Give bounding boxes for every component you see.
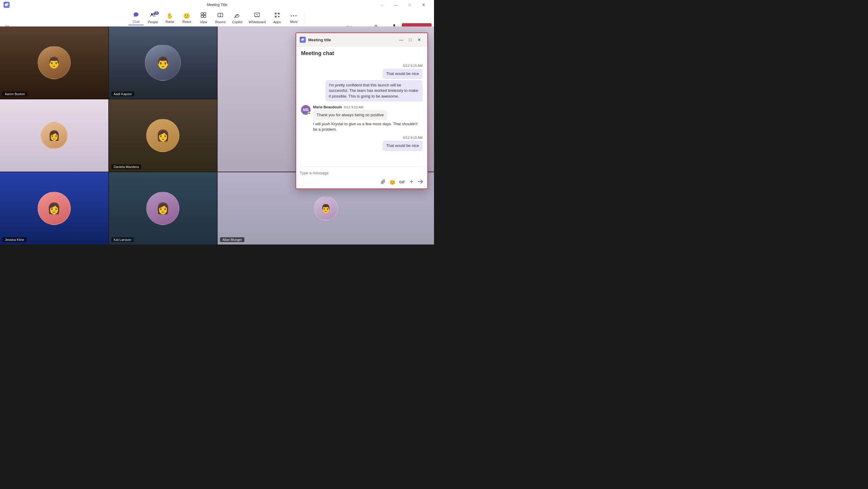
chat-panel-header: Meeting title — □ ✕ <box>296 33 427 47</box>
title-bar-left <box>4 2 10 8</box>
message-group-marie: MB Marie Beaudouin 5/12 9:15 AM Thank yo… <box>301 105 423 132</box>
message-right-1: That would be nice <box>301 69 423 79</box>
svg-rect-13 <box>275 13 277 14</box>
sender-name: Marie Beaudouin <box>313 105 342 109</box>
people-label: People <box>148 20 158 24</box>
rooms-icon <box>217 12 223 20</box>
react-icon: 🙂 <box>183 13 190 19</box>
message-continuation: I will push Krystal to give us a few mor… <box>313 121 423 132</box>
attach-button[interactable] <box>380 178 386 186</box>
message-time: 5/12 9:15 AM <box>344 105 364 109</box>
copilot-icon <box>234 12 240 20</box>
video-cell-mid-left: 👩 <box>0 99 108 172</box>
chat-toolbar-icons: 😊 GIF <box>300 177 424 186</box>
svg-rect-14 <box>278 13 280 14</box>
toolbar-raise-button[interactable]: ✋ Raise <box>162 11 178 25</box>
apps-icon <box>274 12 280 20</box>
whiteboard-icon <box>254 12 260 20</box>
more-label: More <box>290 20 298 24</box>
rooms-label: Rooms <box>215 20 226 24</box>
more-options-chat-button[interactable] <box>408 178 415 186</box>
teams-mini-logo-icon <box>300 37 306 43</box>
name-label-kat: Kat Larsson <box>111 237 134 242</box>
video-cell-daniela: 👩 Daniela Mandera <box>109 99 217 172</box>
chat-messages-container[interactable]: 5/12 9:15 AM That would be nice I'm pret… <box>296 59 427 166</box>
message-right-2: I'm pretty confident that this launch wi… <box>301 80 423 101</box>
toolbar-chat-button[interactable]: Chat <box>128 10 144 25</box>
toolbar-rooms-button[interactable]: Rooms <box>213 11 228 25</box>
video-cell-kat: 👩 Kat Larsson <box>109 172 217 245</box>
people-badge: 9 <box>154 11 159 15</box>
svg-rect-4 <box>201 13 203 15</box>
chat-footer: 😊 GIF <box>296 166 427 188</box>
message-input[interactable] <box>300 169 424 177</box>
view-icon <box>200 12 207 20</box>
toolbar-more-button[interactable]: ··· More <box>286 11 302 25</box>
chat-panel: Meeting title — □ ✕ Meeting chat 5/12 9:… <box>296 32 428 189</box>
chat-close-button[interactable]: ✕ <box>415 35 424 44</box>
copilot-label: Copilot <box>232 20 242 24</box>
name-label-aaron: Aaron Buxton <box>2 92 27 96</box>
chat-header-left: Meeting title <box>300 37 331 43</box>
video-cell-aadi: 👨 Aadi Kapoor <box>109 27 217 99</box>
chat-panel-title: Meeting chat <box>296 47 427 59</box>
video-cell-aaron: 👨 Aaron Buxton <box>0 27 108 99</box>
chat-maximize-button[interactable]: □ <box>406 35 415 44</box>
toolbar-divider <box>304 13 305 23</box>
name-label-daniela: Daniela Mandera <box>111 164 142 169</box>
toolbar-react-button[interactable]: 🙂 React <box>179 11 194 25</box>
avatar-initials: MB <box>303 108 309 112</box>
online-status-dot <box>308 112 311 115</box>
message-right-3: That would be nice <box>301 141 423 151</box>
react-label: React <box>182 20 191 24</box>
toolbar-view-button[interactable]: View <box>196 11 211 25</box>
toolbar: 🛡 22:06 Chat 9 People ✋ Raise 🙂 R <box>0 10 434 27</box>
minimize-button[interactable]: — <box>389 0 403 10</box>
emoji-button[interactable]: 😊 <box>389 179 396 186</box>
toolbar-copilot-button[interactable]: Copilot <box>229 11 245 25</box>
name-label-allan: Allan Munger <box>220 237 244 242</box>
svg-rect-7 <box>204 16 206 18</box>
svg-rect-1 <box>6 3 8 5</box>
toolbar-apps-button[interactable]: Apps <box>269 11 285 25</box>
toolbar-people-button[interactable]: 9 People <box>145 11 161 25</box>
chat-label: Chat <box>133 20 140 24</box>
raise-icon: ✋ <box>166 13 173 19</box>
message-left-1: Thank you for always being so positive <box>313 110 423 120</box>
message-content-marie: Marie Beaudouin 5/12 9:15 AM Thank you f… <box>313 105 423 132</box>
toolbar-whiteboard-button[interactable]: Whiteboard <box>246 11 268 25</box>
svg-rect-6 <box>201 16 203 18</box>
window-title: Meeting Title <box>207 3 227 7</box>
bubble-text: Thank you for always being so positive <box>313 110 388 120</box>
apps-label: Apps <box>273 20 281 24</box>
svg-rect-19 <box>302 38 304 40</box>
svg-rect-5 <box>204 13 206 15</box>
title-bar: Meeting Title ··· — □ ✕ <box>0 0 434 10</box>
teams-logo-icon <box>4 2 10 8</box>
more-options-button[interactable]: ··· <box>375 0 389 10</box>
bubble-text: I'm pretty confident that this launch wi… <box>326 80 423 101</box>
bubble-text: That would be nice <box>382 69 423 79</box>
whiteboard-label: Whiteboard <box>249 20 266 24</box>
bubble-text: That would be nice <box>382 141 423 151</box>
gif-button[interactable]: GIF <box>399 180 406 185</box>
message-date-2: 5/12 9:15 AM <box>301 136 423 140</box>
window-controls: ··· — □ ✕ <box>375 0 430 10</box>
maximize-button[interactable]: □ <box>403 0 416 10</box>
close-button[interactable]: ✕ <box>416 0 430 10</box>
send-button[interactable] <box>417 178 424 186</box>
chat-window-title: Meeting title <box>308 38 331 42</box>
more-icon: ··· <box>290 12 297 19</box>
name-label-aadi: Aadi Kapoor <box>111 92 134 96</box>
avatar-marie: MB <box>301 105 311 115</box>
view-label: View <box>200 20 207 24</box>
sender-info: Marie Beaudouin 5/12 9:15 AM <box>313 105 423 109</box>
chat-minimize-button[interactable]: — <box>397 35 406 44</box>
message-date-1: 5/12 9:15 AM <box>301 64 423 67</box>
chat-header-buttons: — □ ✕ <box>397 35 424 44</box>
video-cell-jessica: 👩 Jessica Kline <box>0 172 108 245</box>
name-label-jessica: Jessica Kline <box>2 237 27 242</box>
chat-icon <box>133 12 139 19</box>
svg-rect-15 <box>275 16 277 18</box>
svg-rect-10 <box>255 13 259 17</box>
